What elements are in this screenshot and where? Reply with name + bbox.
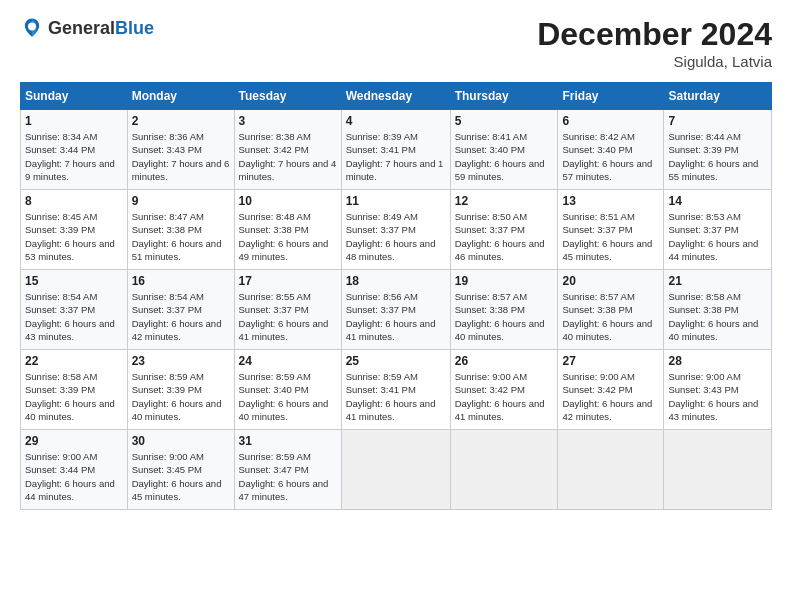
- col-monday: Monday: [127, 83, 234, 110]
- header: GeneralBlue December 2024 Sigulda, Latvi…: [20, 16, 772, 70]
- calendar-row: 15Sunrise: 8:54 AMSunset: 3:37 PMDayligh…: [21, 270, 772, 350]
- table-row: 11Sunrise: 8:49 AMSunset: 3:37 PMDayligh…: [341, 190, 450, 270]
- table-row: 9Sunrise: 8:47 AMSunset: 3:38 PMDaylight…: [127, 190, 234, 270]
- col-sunday: Sunday: [21, 83, 128, 110]
- table-row: 13Sunrise: 8:51 AMSunset: 3:37 PMDayligh…: [558, 190, 664, 270]
- subtitle: Sigulda, Latvia: [537, 53, 772, 70]
- col-wednesday: Wednesday: [341, 83, 450, 110]
- table-row: 30Sunrise: 9:00 AMSunset: 3:45 PMDayligh…: [127, 430, 234, 510]
- table-row: [664, 430, 772, 510]
- calendar-table: Sunday Monday Tuesday Wednesday Thursday…: [20, 82, 772, 510]
- logo-general-text: General: [48, 18, 115, 38]
- calendar-row: 29Sunrise: 9:00 AMSunset: 3:44 PMDayligh…: [21, 430, 772, 510]
- calendar-body: 1Sunrise: 8:34 AMSunset: 3:44 PMDaylight…: [21, 110, 772, 510]
- table-row: 28Sunrise: 9:00 AMSunset: 3:43 PMDayligh…: [664, 350, 772, 430]
- calendar-row: 1Sunrise: 8:34 AMSunset: 3:44 PMDaylight…: [21, 110, 772, 190]
- table-row: 22Sunrise: 8:58 AMSunset: 3:39 PMDayligh…: [21, 350, 128, 430]
- table-row: 15Sunrise: 8:54 AMSunset: 3:37 PMDayligh…: [21, 270, 128, 350]
- table-row: 4Sunrise: 8:39 AMSunset: 3:41 PMDaylight…: [341, 110, 450, 190]
- table-row: 14Sunrise: 8:53 AMSunset: 3:37 PMDayligh…: [664, 190, 772, 270]
- table-row: 8Sunrise: 8:45 AMSunset: 3:39 PMDaylight…: [21, 190, 128, 270]
- table-row: [341, 430, 450, 510]
- table-row: 29Sunrise: 9:00 AMSunset: 3:44 PMDayligh…: [21, 430, 128, 510]
- table-row: 5Sunrise: 8:41 AMSunset: 3:40 PMDaylight…: [450, 110, 558, 190]
- table-row: 27Sunrise: 9:00 AMSunset: 3:42 PMDayligh…: [558, 350, 664, 430]
- table-row: 1Sunrise: 8:34 AMSunset: 3:44 PMDaylight…: [21, 110, 128, 190]
- logo-icon: [20, 16, 44, 40]
- col-thursday: Thursday: [450, 83, 558, 110]
- col-saturday: Saturday: [664, 83, 772, 110]
- table-row: 25Sunrise: 8:59 AMSunset: 3:41 PMDayligh…: [341, 350, 450, 430]
- table-row: 7Sunrise: 8:44 AMSunset: 3:39 PMDaylight…: [664, 110, 772, 190]
- logo-blue-text: Blue: [115, 18, 154, 38]
- table-row: 17Sunrise: 8:55 AMSunset: 3:37 PMDayligh…: [234, 270, 341, 350]
- table-row: [450, 430, 558, 510]
- table-row: 16Sunrise: 8:54 AMSunset: 3:37 PMDayligh…: [127, 270, 234, 350]
- table-row: 2Sunrise: 8:36 AMSunset: 3:43 PMDaylight…: [127, 110, 234, 190]
- logo: GeneralBlue: [20, 16, 154, 40]
- table-row: 6Sunrise: 8:42 AMSunset: 3:40 PMDaylight…: [558, 110, 664, 190]
- table-row: 24Sunrise: 8:59 AMSunset: 3:40 PMDayligh…: [234, 350, 341, 430]
- col-tuesday: Tuesday: [234, 83, 341, 110]
- table-row: 12Sunrise: 8:50 AMSunset: 3:37 PMDayligh…: [450, 190, 558, 270]
- table-row: 21Sunrise: 8:58 AMSunset: 3:38 PMDayligh…: [664, 270, 772, 350]
- header-row: Sunday Monday Tuesday Wednesday Thursday…: [21, 83, 772, 110]
- col-friday: Friday: [558, 83, 664, 110]
- table-row: 26Sunrise: 9:00 AMSunset: 3:42 PMDayligh…: [450, 350, 558, 430]
- month-title: December 2024: [537, 16, 772, 53]
- page-container: GeneralBlue December 2024 Sigulda, Latvi…: [0, 0, 792, 520]
- calendar-row: 22Sunrise: 8:58 AMSunset: 3:39 PMDayligh…: [21, 350, 772, 430]
- title-block: December 2024 Sigulda, Latvia: [537, 16, 772, 70]
- table-row: 23Sunrise: 8:59 AMSunset: 3:39 PMDayligh…: [127, 350, 234, 430]
- table-row: [558, 430, 664, 510]
- table-row: 19Sunrise: 8:57 AMSunset: 3:38 PMDayligh…: [450, 270, 558, 350]
- calendar-row: 8Sunrise: 8:45 AMSunset: 3:39 PMDaylight…: [21, 190, 772, 270]
- table-row: 3Sunrise: 8:38 AMSunset: 3:42 PMDaylight…: [234, 110, 341, 190]
- table-row: 20Sunrise: 8:57 AMSunset: 3:38 PMDayligh…: [558, 270, 664, 350]
- table-row: 31Sunrise: 8:59 AMSunset: 3:47 PMDayligh…: [234, 430, 341, 510]
- table-row: 10Sunrise: 8:48 AMSunset: 3:38 PMDayligh…: [234, 190, 341, 270]
- table-row: 18Sunrise: 8:56 AMSunset: 3:37 PMDayligh…: [341, 270, 450, 350]
